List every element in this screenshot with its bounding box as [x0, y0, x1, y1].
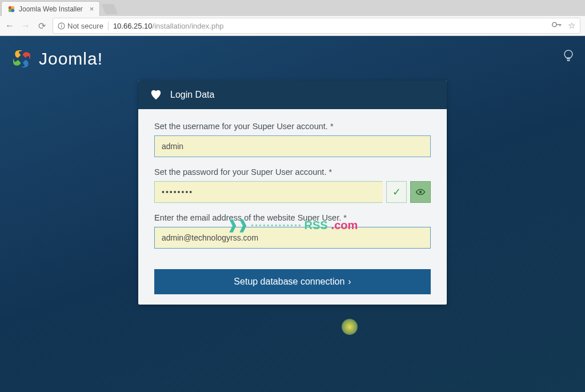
- lightbulb-icon[interactable]: [563, 50, 574, 65]
- username-input[interactable]: [154, 135, 431, 157]
- new-tab-button[interactable]: [102, 4, 118, 14]
- info-icon: [58, 22, 65, 30]
- heart-icon: [150, 89, 162, 101]
- tab-bar: Joomla Web Installer ×: [0, 0, 585, 16]
- star-icon[interactable]: ☆: [568, 21, 575, 31]
- joomla-favicon-icon: [7, 5, 15, 13]
- security-status: Not secure: [58, 22, 109, 30]
- svg-rect-10: [567, 58, 570, 59]
- svg-point-12: [419, 191, 422, 194]
- svg-rect-11: [567, 60, 570, 61]
- check-icon: ✓: [386, 181, 407, 203]
- chevron-right-icon: ›: [348, 277, 351, 287]
- forward-icon[interactable]: →: [21, 21, 31, 31]
- back-icon[interactable]: ←: [5, 21, 15, 31]
- svg-rect-9: [560, 24, 561, 26]
- svg-rect-6: [61, 24, 62, 25]
- nav-bar: ← → ⟳ Not secure 10.66.25.10/installatio…: [0, 16, 585, 35]
- setup-database-button[interactable]: Setup database connection ›: [154, 269, 431, 294]
- username-label: Set the username for your Super User acc…: [154, 122, 431, 131]
- email-label: Enter the email address of the website S…: [154, 213, 431, 222]
- card-header: Login Data: [138, 81, 447, 109]
- joomla-mark-icon: [10, 47, 33, 70]
- svg-rect-8: [556, 24, 562, 25]
- card-body: Set the username for your Super User acc…: [138, 109, 447, 305]
- reload-icon[interactable]: ⟳: [37, 21, 47, 31]
- joomla-logo: Joomla!: [10, 47, 103, 70]
- url-bar[interactable]: Not secure 10.66.25.10/installation/inde…: [53, 18, 580, 34]
- password-row: ✓: [154, 181, 431, 203]
- eye-icon[interactable]: [410, 181, 431, 203]
- card-title: Login Data: [170, 90, 214, 100]
- browser-chrome: Joomla Web Installer × ← → ⟳ Not secure …: [0, 0, 585, 36]
- password-input[interactable]: [154, 181, 383, 203]
- logo-text: Joomla!: [39, 49, 103, 69]
- url-text: 10.66.25.10/installation/index.php: [113, 22, 224, 30]
- setup-button-label: Setup database connection: [234, 277, 344, 287]
- close-icon[interactable]: ×: [90, 5, 94, 13]
- tab-title: Joomla Web Installer: [19, 5, 83, 13]
- login-card: Login Data Set the username for your Sup…: [138, 81, 447, 305]
- email-input[interactable]: [154, 227, 431, 249]
- svg-point-3: [11, 9, 14, 12]
- key-icon[interactable]: [552, 21, 562, 29]
- page-body: Joomla! Login Data Set the username for …: [0, 36, 585, 392]
- svg-rect-5: [61, 25, 62, 27]
- browser-tab[interactable]: Joomla Web Installer ×: [1, 1, 100, 16]
- password-label: Set the password for your Super User acc…: [154, 167, 431, 177]
- svg-point-7: [552, 22, 557, 27]
